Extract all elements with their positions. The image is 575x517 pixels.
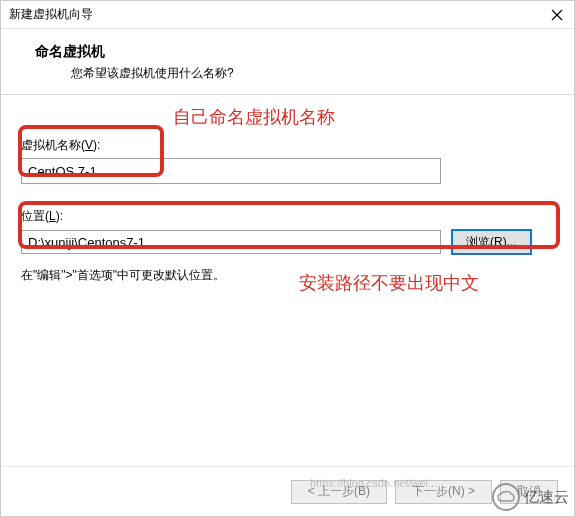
vm-name-label: 虚拟机名称(V):	[21, 137, 554, 154]
vm-name-input[interactable]	[21, 158, 441, 184]
faint-url: https://blog.csdn.net/wei...	[310, 477, 437, 489]
titlebar: 新建虚拟机向导	[1, 1, 574, 29]
cloud-icon	[492, 483, 520, 511]
watermark: 亿速云	[492, 483, 569, 511]
vm-location-input[interactable]	[21, 230, 441, 254]
watermark-text: 亿速云	[524, 488, 569, 507]
annotation-name: 自己命名虚拟机名称	[173, 105, 335, 129]
wizard-content: 自己命名虚拟机名称 虚拟机名称(V): 位置(L): 浏览(R)... 在"编辑…	[1, 95, 574, 466]
window-title: 新建虚拟机向导	[9, 6, 93, 23]
browse-button[interactable]: 浏览(R)...	[451, 229, 532, 255]
page-title: 命名虚拟机	[35, 43, 554, 61]
annotation-path: 安装路径不要出现中文	[299, 271, 479, 295]
close-icon	[551, 9, 563, 21]
page-subtitle: 您希望该虚拟机使用什么名称?	[35, 65, 554, 82]
vm-location-label: 位置(L):	[21, 208, 554, 225]
wizard-header: 命名虚拟机 您希望该虚拟机使用什么名称?	[1, 29, 574, 95]
wizard-footer: < 上一步(B) 下一步(N) > 取消	[1, 466, 574, 516]
wizard-window: 新建虚拟机向导 命名虚拟机 您希望该虚拟机使用什么名称? 自己命名虚拟机名称 虚…	[0, 0, 575, 517]
close-button[interactable]	[548, 6, 566, 24]
